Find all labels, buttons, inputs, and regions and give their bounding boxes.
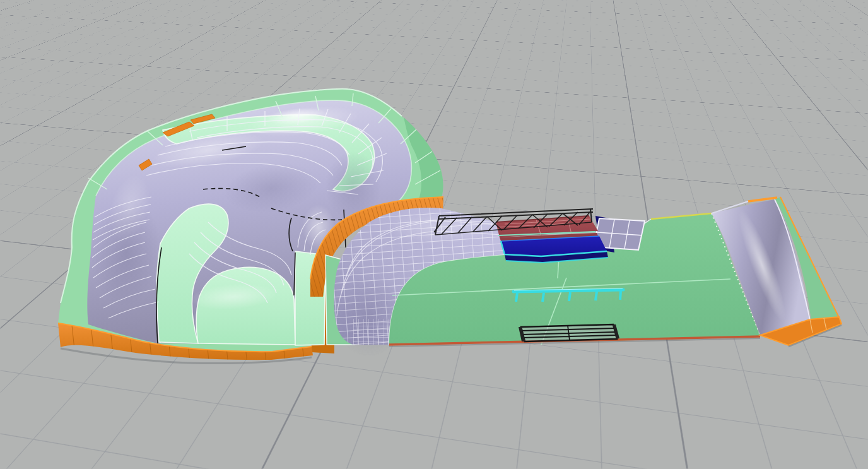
blue-ledge[interactable] bbox=[501, 236, 608, 263]
skatepark-model bbox=[0, 0, 868, 469]
bench-wireframe[interactable] bbox=[519, 324, 619, 341]
viewport-3d[interactable] bbox=[0, 0, 868, 469]
